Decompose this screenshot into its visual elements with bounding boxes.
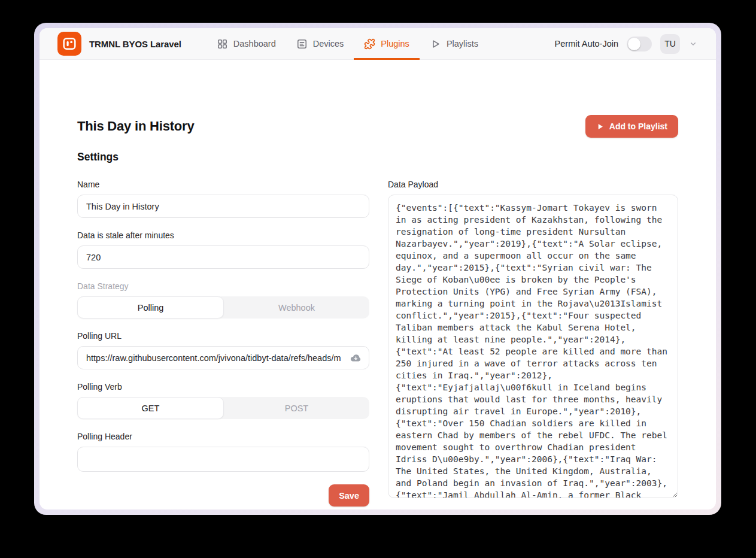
form-right-column: Data Payload {"events":[{"text":"Kassym-… xyxy=(388,179,678,507)
play-outline-icon xyxy=(430,38,441,50)
form-left-column: Name Data is stale after minutes Data St… xyxy=(77,179,369,507)
polling-url-label: Polling URL xyxy=(77,330,369,341)
page-title: This Day in History xyxy=(77,119,194,134)
brand: TRMNL BYOS Laravel xyxy=(57,28,181,59)
stale-minutes-label: Data is stale after minutes xyxy=(77,230,369,241)
save-row: Save xyxy=(77,484,369,507)
polling-verb-group: Polling Verb GET POST xyxy=(77,381,369,419)
nav-item-playlists[interactable]: Playlists xyxy=(420,28,488,59)
device-list-icon xyxy=(296,38,308,50)
polling-url-group: Polling URL xyxy=(77,330,369,369)
data-strategy-label: Data Strategy xyxy=(77,281,369,292)
polling-url-input[interactable] xyxy=(77,346,369,369)
brand-title: TRMNL BYOS Laravel xyxy=(89,39,181,49)
chevron-down-icon[interactable] xyxy=(688,39,698,48)
polling-header-label: Polling Header xyxy=(77,431,369,442)
nav-item-devices[interactable]: Devices xyxy=(286,28,354,59)
window-content: TRMNL BYOS Laravel Dashboard xyxy=(40,28,716,510)
page-content: This Day in History Add to Playlist Sett… xyxy=(40,60,716,510)
toggle-knob xyxy=(628,38,640,50)
strategy-option-polling[interactable]: Polling xyxy=(77,296,224,319)
nav-label: Playlists xyxy=(447,39,478,48)
user-avatar[interactable]: TU xyxy=(660,34,680,54)
add-to-playlist-button[interactable]: Add to Playlist xyxy=(585,115,678,138)
nav-item-dashboard[interactable]: Dashboard xyxy=(207,28,286,59)
name-field-group: Name xyxy=(77,179,369,218)
polling-header-input[interactable] xyxy=(77,447,369,472)
save-button[interactable]: Save xyxy=(329,484,369,507)
polling-header-group: Polling Header xyxy=(77,431,369,474)
verb-option-get[interactable]: GET xyxy=(77,397,224,419)
polling-verb-segmented: GET POST xyxy=(77,397,369,419)
settings-form: Name Data is stale after minutes Data St… xyxy=(77,179,678,507)
stale-field-group: Data is stale after minutes xyxy=(77,230,369,269)
polling-verb-label: Polling Verb xyxy=(77,381,369,392)
permit-autojoin-label: Permit Auto-Join xyxy=(555,39,618,48)
data-payload-input[interactable]: {"events":[{"text":"Kassym-Jomart Tokaye… xyxy=(388,195,678,498)
data-strategy-segmented: Polling Webhook xyxy=(77,296,369,319)
permit-autojoin-toggle[interactable] xyxy=(627,37,652,51)
nav-label: Devices xyxy=(313,39,344,48)
nav-item-plugins[interactable]: Plugins xyxy=(354,28,420,59)
app-window: TRMNL BYOS Laravel Dashboard xyxy=(34,23,721,515)
settings-heading: Settings xyxy=(77,151,678,163)
nav-label: Dashboard xyxy=(233,39,276,48)
name-label: Name xyxy=(77,179,369,190)
main-nav: Dashboard Devices xyxy=(207,28,488,59)
puzzle-icon xyxy=(364,38,375,50)
play-icon xyxy=(596,123,604,131)
stale-minutes-input[interactable] xyxy=(77,245,369,269)
nav-label: Plugins xyxy=(381,39,409,48)
topbar-right: Permit Auto-Join TU xyxy=(555,28,698,59)
strategy-option-webhook[interactable]: Webhook xyxy=(224,296,369,319)
grid-icon xyxy=(217,38,228,50)
title-row: This Day in History Add to Playlist xyxy=(77,115,678,138)
topbar: TRMNL BYOS Laravel Dashboard xyxy=(40,28,716,60)
verb-option-post[interactable]: POST xyxy=(224,397,369,419)
add-to-playlist-label: Add to Playlist xyxy=(609,122,667,131)
cloud-download-icon[interactable] xyxy=(350,351,362,364)
data-strategy-group: Data Strategy Polling Webhook xyxy=(77,281,369,319)
trmnl-logo-icon xyxy=(57,32,81,56)
data-payload-label: Data Payload xyxy=(388,179,678,190)
name-input[interactable] xyxy=(77,195,369,218)
